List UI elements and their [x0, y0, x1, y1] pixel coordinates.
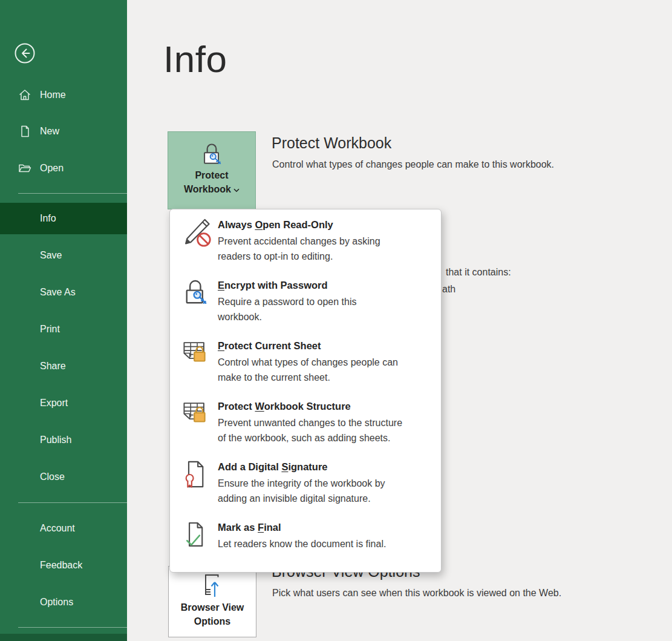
sheet-lock-icon — [181, 338, 212, 369]
inspect-text-fragment: that it contains: — [446, 267, 511, 278]
sidebar-item-label: Open — [40, 163, 64, 174]
sidebar-divider — [18, 193, 127, 194]
sidebar-item-open[interactable]: Open — [0, 153, 127, 184]
menu-item-description: Require a password to open this workbook… — [218, 294, 430, 324]
protect-workbook-menu: Always Open Read-Only Prevent accidental… — [169, 209, 442, 573]
page-title: Info — [163, 38, 227, 81]
sidebar-item-print[interactable]: Print — [0, 314, 127, 345]
protect-workbook-button[interactable]: Protect Workbook — [168, 131, 256, 209]
sidebar-item-label: New — [40, 126, 59, 137]
sidebar-bottom-strip — [0, 634, 127, 641]
mark-final-icon — [181, 519, 212, 551]
digital-signature-icon — [181, 459, 212, 490]
workbook-lock-icon — [181, 398, 212, 430]
menu-item-title: Protect Workbook Structure — [218, 399, 430, 413]
menu-item-always-open-read-only[interactable]: Always Open Read-Only Prevent accidental… — [170, 209, 441, 270]
sidebar-item-new[interactable]: New — [0, 116, 127, 147]
lock-key-icon — [181, 277, 212, 309]
menu-item-title: Add a Digital Signature — [218, 459, 430, 474]
sidebar-item-feedback[interactable]: Feedback — [0, 550, 127, 581]
menu-item-title: Mark as Final — [218, 520, 430, 534]
menu-item-protect-current-sheet[interactable]: Protect Current Sheet Control what types… — [170, 330, 441, 391]
back-button[interactable] — [13, 41, 37, 65]
sidebar-item-label: Home — [40, 90, 66, 100]
browser-view-description: Pick what users can see when this workbo… — [272, 588, 561, 599]
menu-item-description: Prevent unwanted changes to the structur… — [218, 415, 430, 445]
open-folder-icon — [18, 161, 32, 176]
protect-workbook-heading: Protect Workbook — [272, 134, 391, 152]
menu-item-mark-as-final[interactable]: Mark as Final Let readers know the docum… — [170, 512, 441, 573]
new-document-icon — [18, 124, 32, 139]
browser-view-icon — [198, 571, 227, 600]
menu-item-title: Always Open Read-Only — [218, 217, 430, 232]
browser-tile-label: Browser View Options — [181, 600, 244, 628]
sidebar-item-info[interactable]: Info — [0, 203, 127, 234]
sidebar-divider — [18, 502, 127, 503]
browser-view-options-button[interactable]: Browser View Options — [168, 566, 256, 637]
sidebar-item-share[interactable]: Share — [0, 350, 127, 382]
menu-item-protect-workbook-structure[interactable]: Protect Workbook Structure Prevent unwan… — [170, 391, 441, 452]
menu-item-description: Prevent accidental changes by asking rea… — [218, 234, 430, 264]
lock-key-icon — [198, 140, 225, 168]
menu-item-title: Protect Current Sheet — [218, 338, 430, 353]
menu-item-title: Encrypt with Password — [218, 278, 430, 292]
menu-item-encrypt-with-password[interactable]: Encrypt with Password Require a password… — [170, 270, 441, 330]
sidebar-divider — [18, 627, 127, 628]
sidebar-item-publish[interactable]: Publish — [0, 424, 127, 456]
menu-item-add-digital-signature[interactable]: Add a Digital Signature Ensure the integ… — [170, 452, 441, 512]
sidebar-item-save[interactable]: Save — [0, 240, 127, 271]
sidebar-item-close[interactable]: Close — [0, 461, 127, 493]
protect-workbook-description: Control what types of changes people can… — [272, 159, 554, 170]
chevron-down-icon — [233, 184, 240, 194]
menu-item-description: Let readers know the document is final. — [218, 536, 430, 551]
backstage-sidebar: Home New Open Info Save S — [0, 0, 127, 641]
menu-item-description: Control what types of changes people can… — [218, 355, 430, 385]
protect-tile-label: Protect Workbook — [184, 168, 240, 196]
sidebar-item-save-as[interactable]: Save As — [0, 277, 127, 308]
sidebar-item-account[interactable]: Account — [0, 513, 127, 544]
excel-backstage-info: Home New Open Info Save S — [0, 0, 672, 641]
menu-item-description: Ensure the integrity of the workbook by … — [218, 476, 430, 506]
sidebar-item-export[interactable]: Export — [0, 387, 127, 419]
inspect-text-fragment: ath — [442, 284, 455, 295]
back-arrow-icon — [13, 41, 37, 65]
home-icon — [18, 88, 32, 102]
pencil-no-edit-icon — [181, 217, 212, 248]
sidebar-item-options[interactable]: Options — [0, 587, 127, 618]
sidebar-item-home[interactable]: Home — [0, 79, 127, 111]
